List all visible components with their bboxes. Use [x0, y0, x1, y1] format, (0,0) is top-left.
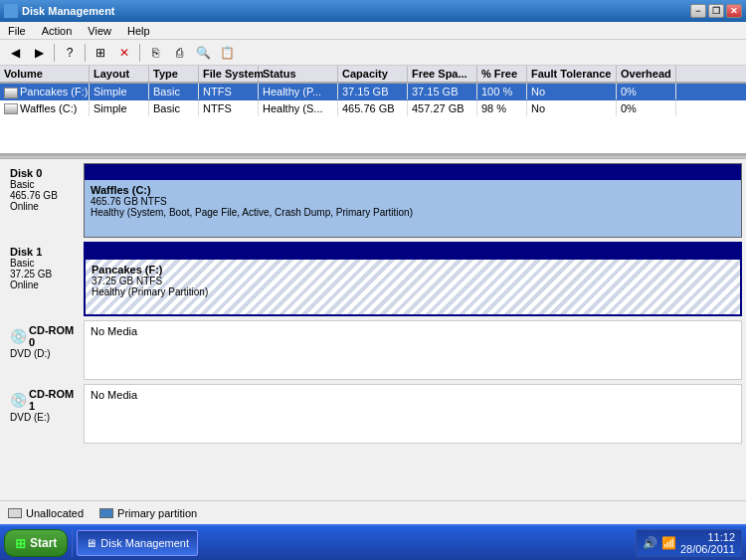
forward-button[interactable]: ▶	[28, 42, 50, 64]
app-icon	[4, 4, 18, 18]
vol-layout-pancakes: Simple	[90, 84, 149, 99]
vol-status-pancakes: Healthy (P...	[259, 84, 338, 99]
disk-0-status: Online	[10, 201, 78, 212]
menu-action[interactable]: Action	[38, 22, 77, 40]
cdrom-1-id: CD-ROM 1	[29, 388, 78, 412]
col-header-type[interactable]: Type	[149, 66, 199, 82]
vol-fault-waffles: No	[527, 100, 617, 116]
cdrom-0-visual: No Media	[84, 320, 742, 380]
search-button[interactable]: 🔍	[192, 42, 214, 64]
start-button[interactable]: ⊞ Start	[4, 529, 68, 557]
vol-pctfree-pancakes: 100 %	[477, 84, 527, 99]
cdrom-1-type: DVD (E:)	[10, 412, 78, 423]
tray-network-icon: 🔊	[643, 536, 657, 550]
cdrom-0-no-media: No Media	[91, 325, 735, 337]
disk-0-id: Disk 0	[10, 167, 78, 179]
back-button[interactable]: ◀	[4, 42, 26, 64]
vol-pctfree-waffles: 98 %	[477, 100, 527, 116]
volume-row-pancakes[interactable]: Pancakes (F:) Simple Basic NTFS Healthy …	[0, 84, 746, 100]
cdrom-0-label: 💿 CD-ROM 0 DVD (D:)	[4, 320, 84, 380]
legend-label-unallocated: Unallocated	[26, 507, 84, 519]
col-header-pctfree[interactable]: % Free	[477, 66, 527, 82]
disk-0-size: 465.76 GB	[10, 190, 78, 201]
vol-name-waffles: Waffles (C:)	[0, 100, 90, 117]
toolbar: ◀ ▶ ? ⊞ ✕ ⎘ ⎙ 🔍 📋	[0, 40, 746, 66]
legend-label-primary: Primary partition	[117, 507, 197, 519]
col-header-free[interactable]: Free Spa...	[408, 66, 477, 82]
props-button[interactable]: 📋	[216, 42, 238, 64]
volume-row-waffles[interactable]: Waffles (C:) Simple Basic NTFS Healthy (…	[0, 100, 746, 117]
delete-button[interactable]: ✕	[113, 42, 135, 64]
tray-volume-icon: 📶	[661, 536, 676, 550]
taskbar-sep-1	[72, 529, 73, 557]
vol-fault-pancakes: No	[527, 84, 617, 99]
window-controls: − ❐ ✕	[690, 4, 742, 18]
tray-time: 11:12	[680, 531, 735, 543]
disk-1-visual[interactable]: Pancakes (F:) 37.25 GB NTFS Healthy (Pri…	[84, 242, 742, 316]
cdrom-0-type: DVD (D:)	[10, 348, 78, 359]
vol-status-waffles: Healthy (S...	[259, 100, 338, 116]
minimize-button[interactable]: −	[690, 4, 706, 18]
toolbar-separator-3	[139, 44, 140, 62]
disk-0-header-bar	[85, 164, 741, 180]
disk-0-visual[interactable]: Waffles (C:) 465.76 GB NTFS Healthy (Sys…	[84, 163, 742, 238]
cdrom-0-row: 💿 CD-ROM 0 DVD (D:) No Media	[4, 320, 742, 380]
title-bar: Disk Management − ❐ ✕	[0, 0, 746, 22]
vol-capacity-waffles: 465.76 GB	[338, 100, 408, 116]
help-button[interactable]: ?	[59, 42, 81, 64]
taskbar-app-disk-mgmt[interactable]: 🖥 Disk Management	[77, 530, 198, 556]
menu-file[interactable]: File	[4, 22, 30, 40]
system-tray: 🔊 📶 11:12 28/06/2011	[636, 529, 742, 557]
vol-capacity-pancakes: 37.15 GB	[338, 84, 408, 99]
tray-date: 28/06/2011	[680, 543, 735, 555]
disk-1-id: Disk 1	[10, 246, 78, 258]
vol-type-waffles: Basic	[149, 100, 199, 116]
disk-1-label: Disk 1 Basic 37.25 GB Online	[4, 242, 84, 316]
disk-0-label: Disk 0 Basic 465.76 GB Online	[4, 163, 84, 238]
toolbar-separator-2	[85, 44, 86, 62]
menu-help[interactable]: Help	[123, 22, 154, 40]
menu-bar: File Action View Help	[0, 22, 746, 40]
title-text: Disk Management	[22, 5, 115, 17]
legend-primary: Primary partition	[99, 507, 197, 519]
vol-fs-waffles: NTFS	[199, 100, 259, 116]
swatch-unallocated	[8, 508, 22, 518]
col-header-fs[interactable]: File System	[199, 66, 259, 82]
disk-1-status: Online	[10, 280, 78, 290]
tray-clock[interactable]: 11:12 28/06/2011	[680, 531, 735, 555]
disk-0-row: Disk 0 Basic 465.76 GB Online Waffles (C…	[4, 163, 742, 238]
disk-0-part-health: Healthy (System, Boot, Page File, Active…	[91, 207, 735, 218]
new-button[interactable]: ⊞	[90, 42, 111, 64]
col-header-status[interactable]: Status	[259, 66, 338, 82]
cdrom-1-label: 💿 CD-ROM 1 DVD (E:)	[4, 384, 84, 444]
taskbar: ⊞ Start 🖥 Disk Management 🔊 📶 11:12 28/0…	[0, 524, 746, 560]
disk-1-partition-0[interactable]: Pancakes (F:) 37.25 GB NTFS Healthy (Pri…	[86, 260, 740, 314]
close-button[interactable]: ✕	[726, 4, 742, 18]
cdrom-1-visual: No Media	[84, 384, 742, 444]
disk-1-row: Disk 1 Basic 37.25 GB Online Pancakes (F…	[4, 242, 742, 316]
disk-1-content: Pancakes (F:) 37.25 GB NTFS Healthy (Pri…	[86, 244, 740, 314]
vol-free-waffles: 457.27 GB	[408, 100, 477, 116]
start-label: Start	[30, 536, 57, 550]
vol-free-pancakes: 37.15 GB	[408, 84, 477, 99]
col-header-layout[interactable]: Layout	[90, 66, 149, 82]
copy-button[interactable]: ⎘	[144, 42, 166, 64]
taskbar-apps: 🖥 Disk Management	[77, 530, 634, 556]
print-button[interactable]: ⎙	[168, 42, 190, 64]
disk-0-part-name: Waffles (C:)	[91, 184, 735, 196]
col-header-capacity[interactable]: Capacity	[338, 66, 408, 82]
col-header-overhead[interactable]: Overhead	[617, 66, 676, 82]
disk-1-type: Basic	[10, 258, 78, 269]
disk-0-partition-0[interactable]: Waffles (C:) 465.76 GB NTFS Healthy (Sys…	[85, 180, 741, 237]
col-header-fault[interactable]: Fault Tolerance	[527, 66, 617, 82]
vol-overhead-pancakes: 0%	[617, 84, 676, 99]
disk-0-content: Waffles (C:) 465.76 GB NTFS Healthy (Sys…	[85, 164, 741, 237]
menu-view[interactable]: View	[84, 22, 115, 40]
col-header-volume[interactable]: Volume	[0, 66, 90, 82]
legend-unallocated: Unallocated	[8, 507, 84, 519]
taskbar-app-label: Disk Management	[100, 537, 189, 549]
cdrom-1-no-media: No Media	[91, 389, 735, 401]
disk-1-part-health: Healthy (Primary Partition)	[92, 286, 734, 297]
restore-button[interactable]: ❐	[708, 4, 724, 18]
disk-1-header-bar	[86, 244, 740, 260]
